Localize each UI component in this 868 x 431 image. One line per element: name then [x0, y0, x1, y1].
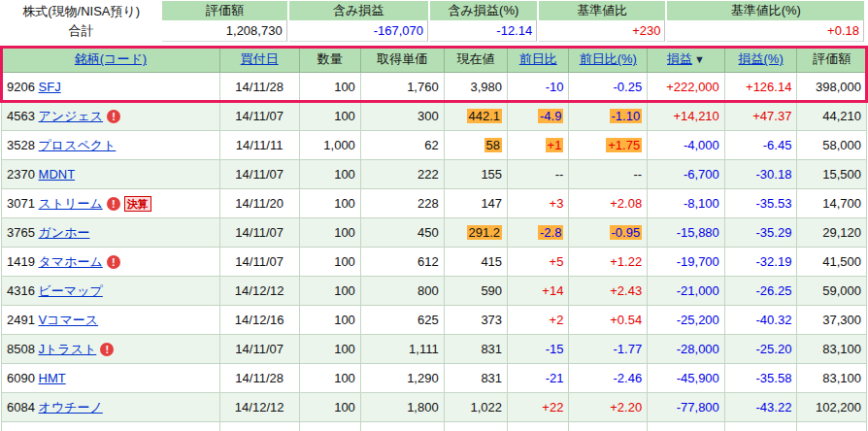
column-header[interactable]: 前日比	[508, 47, 569, 73]
alert-icon: !	[107, 255, 120, 269]
market-value-cell: 44,210	[797, 102, 867, 131]
column-header[interactable]: 前日比(%)	[569, 47, 648, 73]
alert-icon: !	[100, 343, 114, 356]
stock-cell: 2370 MDNT	[2, 160, 220, 189]
stock-link[interactable]: タマホーム	[39, 254, 103, 269]
unit-price-cell: 800	[360, 277, 444, 306]
buy-date-cell: 14/11/07	[219, 248, 299, 277]
stock-code: 6090	[7, 371, 39, 385]
table-row: 3528 プロスペクト14/11/111,0006258+1+1.75-4,00…	[2, 131, 867, 160]
unit-price-cell: 222	[360, 160, 444, 189]
table-row: 2491 Vコマース14/12/16100625373+2+0.54-25,20…	[2, 306, 867, 335]
profit-loss-cell: -4,000	[648, 131, 725, 160]
stock-link[interactable]: HMT	[39, 371, 66, 385]
stock-link[interactable]: MDNT	[39, 167, 76, 182]
profit-loss-cell: +14,210	[648, 102, 725, 131]
highlighted-value: -2.8	[538, 225, 563, 240]
buy-date-cell: 14/11/20	[219, 189, 299, 218]
profit-loss-cell: -28,000	[648, 335, 725, 364]
quantity-cell: 100	[299, 248, 360, 277]
day-change-cell: -10	[508, 73, 569, 102]
day-change-pct-cell: +2.20	[569, 393, 648, 422]
day-change-pct-cell: +1.75	[569, 131, 648, 160]
table-row: 6084 オウチーノ14/12/121001,8001,022+22+2.20-…	[2, 393, 867, 422]
buy-date-cell: 14/11/11	[219, 131, 299, 160]
summary-column-header: 含み損益	[289, 1, 428, 20]
column-header[interactable]: 買付日	[219, 47, 299, 73]
profit-loss-cell: -21,000	[648, 277, 725, 306]
column-sort-link[interactable]: 買付日	[241, 51, 279, 66]
stock-link[interactable]: アンジェス	[39, 109, 104, 123]
stock-cell: 3528 プロスペクト	[2, 131, 220, 160]
stock-code: 3071	[7, 196, 39, 211]
stock-link[interactable]: ガンホー	[39, 225, 90, 240]
buy-date-cell: 14/12/16	[219, 306, 299, 335]
summary-column-header: 含み損益(%)	[430, 1, 537, 20]
profit-loss-pct-cell: +126.14	[724, 73, 797, 102]
column-sort-link[interactable]: 前日比(%)	[580, 51, 637, 66]
day-change-cell: -4.9	[508, 102, 569, 131]
unit-price-cell: 1,760	[360, 73, 444, 102]
profit-loss-pct-cell: -35.58	[724, 364, 797, 393]
quantity-cell: 100	[299, 306, 360, 335]
portfolio-page: 株式(現物/NISA預り) 合計 評価額含み損益含み損益(%)基準値比基準値比(…	[0, 1, 868, 431]
buy-date-cell: 14/11/07	[219, 335, 299, 364]
day-change-pct-cell: -2.46	[569, 364, 648, 393]
day-change-pct-cell: -0.25	[569, 73, 648, 102]
stock-link[interactable]: プロスペクト	[39, 138, 117, 152]
column-sort-link[interactable]: 銘柄(コード)	[75, 51, 147, 66]
profit-loss-pct-cell: -35.29	[724, 218, 797, 248]
buy-date-cell: 14/12/12	[219, 393, 299, 422]
profit-loss-pct-cell: -6.45	[724, 131, 797, 160]
stock-cell: 2491 Vコマース	[2, 306, 220, 335]
column-sort-link[interactable]: 前日比	[519, 51, 557, 66]
stock-link[interactable]: ビーマップ	[39, 283, 103, 298]
day-change-cell: -15	[508, 335, 569, 364]
highlighted-value: 442.1	[467, 109, 503, 123]
profit-loss-cell: -25,200	[648, 306, 725, 335]
table-row: 6090 HMT14/11/281001,290831-21-2.46-45,9…	[2, 364, 867, 393]
market-value-cell: 41,500	[797, 248, 867, 277]
stock-link[interactable]: ストリーム	[39, 196, 103, 211]
profit-loss-pct-cell: -43.22	[724, 393, 797, 422]
column-header: 取得単価	[360, 47, 444, 73]
market-value-cell: 398,000	[797, 73, 867, 102]
summary-header-row: 株式(現物/NISA預り) 合計 評価額含み損益含み損益(%)基準値比基準値比(…	[2, 1, 864, 20]
column-sort-link[interactable]: 損益	[667, 51, 692, 66]
highlighted-value: 291.2	[467, 225, 503, 240]
day-change-pct-cell: +2.43	[569, 277, 648, 306]
holdings-table-wrap: 銘柄(コード)買付日数量取得単価現在値前日比前日比(%)損益▼損益(%)評価額 …	[0, 46, 868, 431]
buy-date-cell: 14/11/28	[219, 364, 299, 393]
day-change-pct-cell: -1.10	[569, 102, 648, 131]
profit-loss-cell: -77,800	[648, 393, 725, 422]
summary-label-line2: 合計	[3, 21, 159, 41]
stock-link[interactable]: Jトラスト	[39, 342, 97, 356]
stock-link[interactable]: SFJ	[39, 80, 61, 94]
day-change-cell: +3	[508, 189, 569, 218]
quantity-cell: 100	[299, 393, 360, 422]
holdings-tbody: 9206 SFJ14/11/281001,7603,980-10-0.25+22…	[2, 73, 867, 431]
summary-label: 株式(現物/NISA預り) 合計	[2, 1, 160, 42]
market-value-cell: 14,700	[797, 189, 867, 218]
column-header[interactable]: 銘柄(コード)	[2, 47, 220, 73]
profit-loss-cell: -19,700	[648, 248, 725, 277]
current-price-cell: 3,980	[444, 73, 507, 102]
column-sort-link[interactable]: 損益(%)	[739, 51, 784, 66]
stock-code: 3765	[7, 225, 39, 240]
unit-price-cell: 1,800	[360, 393, 444, 422]
highlighted-value: -4.9	[538, 109, 563, 123]
market-value-cell: 58,000	[797, 131, 867, 160]
buy-date-cell: 14/11/07	[219, 160, 299, 189]
sort-descending-icon: ▼	[694, 53, 705, 65]
stock-cell: 7999 MUTOH－HD	[2, 422, 220, 431]
summary-value: +230	[539, 20, 665, 42]
profit-loss-cell: -6,700	[648, 160, 725, 189]
alert-icon: !	[107, 110, 120, 123]
column-header[interactable]: 損益▼	[648, 47, 725, 73]
summary-label-line1: 株式(現物/NISA預り)	[3, 2, 159, 21]
stock-code: 2491	[7, 313, 39, 327]
stock-link[interactable]: オウチーノ	[39, 400, 103, 414]
holdings-header-row: 銘柄(コード)買付日数量取得単価現在値前日比前日比(%)損益▼損益(%)評価額	[2, 47, 867, 73]
column-header[interactable]: 損益(%)	[724, 47, 797, 73]
stock-link[interactable]: Vコマース	[39, 313, 99, 327]
